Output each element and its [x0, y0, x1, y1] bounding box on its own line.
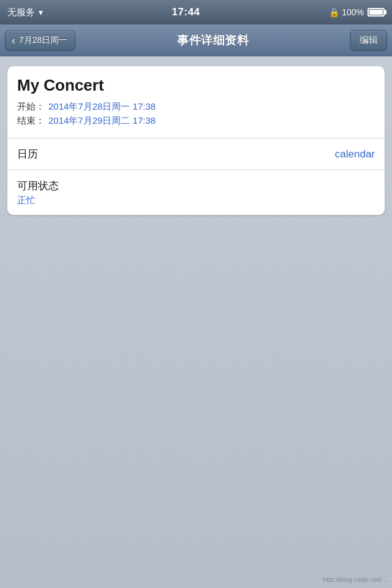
event-title-section: My Concert 开始： 2014年7月28日周一 17:38 结束： 20…	[7, 66, 385, 138]
start-label: 开始：	[17, 101, 45, 113]
back-button[interactable]: ‹ 7月28日周一	[5, 31, 75, 50]
lock-icon: 🔒	[329, 7, 339, 17]
start-time-row: 开始： 2014年7月28日周一 17:38	[17, 101, 375, 113]
status-left: 无服务 ▾	[7, 7, 43, 18]
battery-icon	[368, 8, 385, 17]
availability-value: 正忙	[17, 195, 59, 206]
back-button-label: 7月28日周一	[19, 35, 67, 46]
content-area: My Concert 开始： 2014年7月28日周一 17:38 结束： 20…	[0, 56, 392, 588]
chevron-left-icon: ‹	[12, 35, 15, 46]
event-title: My Concert	[17, 76, 375, 95]
end-time-row: 结束： 2014年7月29日周二 17:38	[17, 115, 375, 127]
calendar-label: 日历	[17, 147, 38, 161]
edit-button[interactable]: 编辑	[350, 30, 387, 50]
end-value: 2014年7月29日周二 17:38	[48, 115, 156, 127]
status-bar: 无服务 ▾ 17:44 🔒 100%	[0, 0, 392, 24]
page-title: 事件详细资料	[177, 32, 249, 48]
availability-label: 可用状态	[17, 179, 59, 193]
calendar-row[interactable]: 日历 calendar	[7, 138, 385, 170]
navigation-bar: ‹ 7月28日周一 事件详细资料 编辑	[0, 24, 392, 56]
status-time: 17:44	[172, 6, 200, 18]
wifi-icon: ▾	[39, 7, 43, 17]
status-right: 🔒 100%	[329, 7, 385, 17]
availability-info: 可用状态 正忙	[17, 179, 59, 206]
battery-percent: 100%	[342, 7, 364, 17]
calendar-value: calendar	[335, 148, 375, 160]
watermark: http://blog.csdn.net/...	[323, 576, 387, 583]
start-value: 2014年7月28日周一 17:38	[48, 101, 156, 113]
carrier-label: 无服务	[7, 7, 35, 18]
event-detail-card: My Concert 开始： 2014年7月28日周一 17:38 结束： 20…	[7, 66, 385, 215]
end-label: 结束：	[17, 115, 45, 127]
availability-row: 可用状态 正忙	[7, 170, 385, 215]
